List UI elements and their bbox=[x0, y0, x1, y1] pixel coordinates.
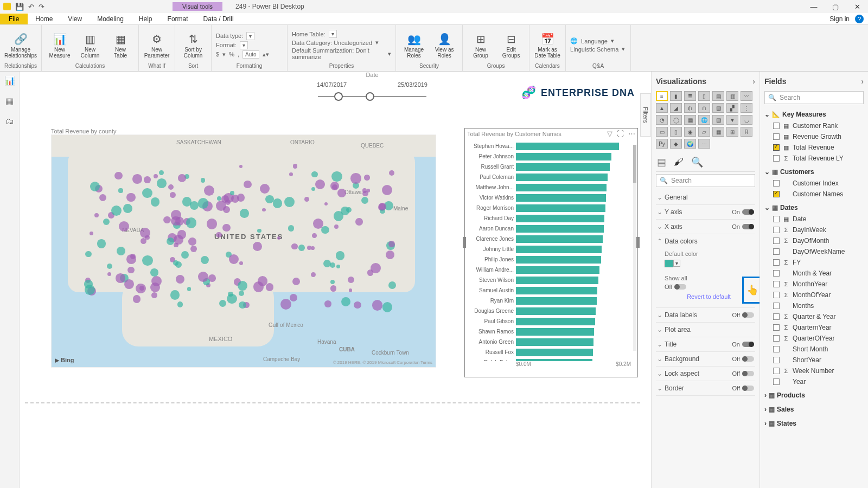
field-item[interactable]: Short Month bbox=[764, 344, 864, 355]
format-xaxis[interactable]: ⌄X axisOn bbox=[656, 220, 755, 234]
map-bubble[interactable] bbox=[151, 292, 157, 298]
viz-card[interactable]: ▭ bbox=[656, 127, 668, 137]
map-bubble[interactable] bbox=[311, 246, 315, 250]
bar-row[interactable]: Aaron Duncan bbox=[467, 223, 633, 234]
default-summarization-dropdown[interactable]: Default Summarization: Don't summarize bbox=[292, 47, 385, 60]
viz-clustered-column[interactable]: ▯ bbox=[698, 91, 710, 101]
viz-line-column[interactable]: ⫛ bbox=[684, 103, 696, 113]
undo-icon[interactable]: ↶ bbox=[28, 3, 34, 11]
map-bubble[interactable] bbox=[311, 187, 315, 191]
map-bubble[interactable] bbox=[290, 294, 297, 301]
bar-row[interactable]: Peter Johnson bbox=[467, 151, 633, 162]
view-as-roles-button[interactable]: 👤View asRoles bbox=[431, 31, 458, 59]
bar-row[interactable]: Russell Fox bbox=[467, 347, 633, 357]
map-bubble[interactable] bbox=[97, 239, 106, 248]
border-toggle[interactable]: Off bbox=[732, 385, 754, 391]
viz-100-bar[interactable]: ▤ bbox=[712, 91, 724, 101]
viz-ribbon[interactable]: ▧ bbox=[712, 103, 724, 113]
map-bubble[interactable] bbox=[334, 211, 343, 221]
map-bubble[interactable] bbox=[127, 267, 134, 273]
file-tab[interactable]: File bbox=[0, 14, 28, 24]
bar-row[interactable]: Steven Wilson bbox=[467, 275, 633, 285]
table-key-measures[interactable]: ⌄📐Key Measures bbox=[764, 108, 864, 120]
data-type-dropdown[interactable]: ▾ bbox=[246, 32, 254, 40]
map-bubble[interactable] bbox=[336, 265, 340, 268]
xaxis-toggle[interactable]: On bbox=[732, 223, 754, 230]
field-item[interactable]: ▦Revenue Growth bbox=[764, 131, 864, 142]
datadrill-tab[interactable]: Data / Drill bbox=[196, 14, 241, 24]
viz-globe[interactable]: 🌍 bbox=[684, 139, 696, 149]
map-bubble[interactable] bbox=[253, 242, 262, 251]
map-bubble[interactable] bbox=[386, 251, 394, 259]
mark-date-table-button[interactable]: 📅Mark asDate Table bbox=[534, 31, 561, 59]
map-bubble[interactable] bbox=[355, 218, 363, 226]
map-bubble[interactable] bbox=[350, 173, 361, 183]
map-bubble[interactable] bbox=[273, 198, 282, 208]
map-bubble[interactable] bbox=[126, 193, 135, 202]
field-item[interactable]: ShortYear bbox=[764, 355, 864, 365]
minimize-button[interactable]: — bbox=[803, 3, 825, 11]
edit-groups-button[interactable]: ⊟EditGroups bbox=[497, 31, 525, 59]
field-checkbox[interactable] bbox=[773, 248, 780, 255]
bar-row[interactable]: Stephen Howa... bbox=[467, 141, 633, 151]
map-bubble[interactable] bbox=[298, 245, 305, 251]
map-bubble[interactable] bbox=[280, 299, 291, 310]
bar-row[interactable]: Roger Morrison bbox=[467, 203, 633, 213]
map-bubble[interactable] bbox=[222, 224, 230, 232]
map-bubble[interactable] bbox=[371, 263, 381, 273]
field-checkbox[interactable] bbox=[773, 313, 780, 320]
map-bubble[interactable] bbox=[116, 273, 125, 283]
viz-stacked-bar[interactable]: ≡ bbox=[656, 91, 668, 101]
map-bubble[interactable] bbox=[330, 182, 339, 190]
background-toggle[interactable]: Off bbox=[732, 356, 754, 362]
currency-button[interactable]: $ bbox=[216, 51, 219, 57]
map-bubble[interactable] bbox=[132, 174, 142, 184]
fields-search[interactable]: 🔍 Search bbox=[764, 91, 864, 104]
format-background[interactable]: ⌄BackgroundOff bbox=[656, 352, 755, 366]
report-view-icon[interactable]: 📊 bbox=[4, 75, 15, 86]
format-data-labels[interactable]: ⌄Data labelsOff bbox=[656, 308, 755, 322]
format-search[interactable]: 🔍 Search bbox=[656, 174, 755, 187]
field-checkbox[interactable] bbox=[773, 191, 780, 197]
default-color-dropdown[interactable]: ▾ bbox=[673, 260, 680, 267]
redo-icon[interactable]: ↷ bbox=[39, 3, 44, 11]
viz-area[interactable]: ▲ bbox=[656, 103, 668, 113]
model-view-icon[interactable]: 🗂 bbox=[4, 116, 15, 127]
field-checkbox[interactable] bbox=[773, 303, 780, 309]
table-dates[interactable]: ⌄▦Dates bbox=[764, 202, 864, 214]
map-bubble[interactable] bbox=[90, 232, 93, 235]
percent-button[interactable]: % bbox=[229, 51, 234, 57]
format-tab-icon[interactable]: 🖌 bbox=[674, 156, 684, 168]
date-slider[interactable] bbox=[318, 91, 426, 102]
field-checkbox[interactable] bbox=[773, 155, 780, 162]
map-bubble[interactable] bbox=[124, 279, 134, 289]
map-bubble[interactable] bbox=[336, 251, 345, 260]
format-title[interactable]: ⌄TitleOn bbox=[656, 337, 755, 351]
bar-row[interactable]: Matthew John... bbox=[467, 182, 633, 192]
map-bubble[interactable] bbox=[219, 300, 226, 307]
field-checkbox[interactable] bbox=[773, 324, 780, 331]
viz-py[interactable]: Py bbox=[656, 139, 668, 149]
field-item[interactable]: ΣMonthOfYear bbox=[764, 290, 864, 300]
table-sales[interactable]: ›▦Sales bbox=[764, 403, 864, 415]
map-bubble[interactable] bbox=[337, 189, 346, 197]
bar-row[interactable]: Russell Grant bbox=[467, 162, 633, 172]
maximize-button[interactable]: ▢ bbox=[825, 3, 846, 11]
new-measure-button[interactable]: 📊NewMeasure bbox=[46, 31, 73, 59]
viz-donut[interactable]: ◯ bbox=[670, 115, 682, 125]
map-bubble[interactable] bbox=[133, 295, 141, 303]
map-bubble[interactable] bbox=[170, 290, 180, 299]
field-item[interactable]: Customer Names bbox=[764, 189, 864, 200]
date-start[interactable]: 14/07/2017 bbox=[317, 81, 347, 88]
map-bubble[interactable] bbox=[84, 280, 92, 288]
field-checkbox[interactable] bbox=[773, 292, 780, 298]
language-dropdown[interactable]: Language bbox=[581, 38, 608, 44]
data-category-dropdown[interactable]: Data Category: Uncategorized bbox=[292, 40, 372, 46]
map-bubble[interactable] bbox=[130, 254, 136, 259]
bar-row[interactable]: Richard Day bbox=[467, 213, 633, 223]
map-bubble[interactable] bbox=[389, 170, 394, 176]
map-bubble[interactable] bbox=[238, 281, 247, 291]
map-bubble[interactable] bbox=[311, 171, 317, 177]
field-item[interactable]: ▦Total Revenue bbox=[764, 142, 864, 153]
field-checkbox[interactable] bbox=[773, 133, 780, 140]
